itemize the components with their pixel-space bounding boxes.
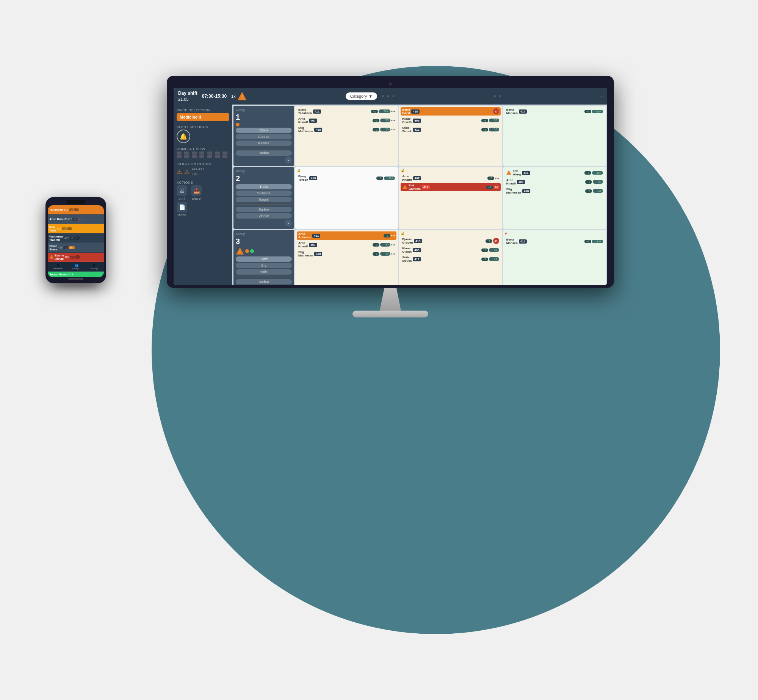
staff-vibeke[interactable]: Vibeke — [236, 213, 292, 219]
patient-area-3-2: ArneAndenes 411 ~1 ••• ArneKnauff 407 — [295, 230, 398, 285]
staff-stale[interactable]: Ståle — [236, 269, 292, 275]
grid-cell — [177, 155, 182, 158]
phone-nav-label-2: Group 1 — [72, 267, 81, 270]
alert-phone-flag — [49, 255, 54, 259]
patient-stig-mathiesen-3[interactable]: StigMathiesen 408 ~2 📞15 ••• — [297, 250, 396, 258]
phone-patient-tallaksen[interactable]: Tallaksen 411 ~1 📞 — [48, 205, 104, 214]
meta-chip: ~1 — [371, 110, 378, 113]
shift-name: Day shift — [178, 90, 197, 97]
expand-button[interactable]: › — [285, 157, 292, 164]
patient-berta-monsen-1[interactable]: BertaMonsen 417 ~3 →1h+ — [505, 107, 605, 116]
patient-stale-struck-2[interactable]: StåleStruck 412 ~2 📞15 — [401, 255, 500, 263]
staff-gunnar[interactable]: Gunnar — [236, 134, 292, 139]
patient-erie-wang[interactable]: ErieWang 411 ~1 →1h+ — [505, 169, 605, 177]
room-badge: 407 — [413, 176, 421, 180]
meta-chip: ~2 — [481, 128, 488, 131]
meta-chip-time: 📞30 — [380, 243, 390, 247]
group-1-panel[interactable]: Group 1 Emily Gunnar Kamilla Barbro › — [233, 106, 294, 166]
phone-name: WaldemarTraseth — [49, 235, 64, 242]
ward-select-button[interactable]: Medicine II — [177, 113, 229, 121]
dots: ••• — [495, 176, 499, 180]
phone-patient-arne[interactable]: Arne Knauff 407 ~3 ⚠ — [48, 215, 104, 224]
meta-chip-time: 📞15 — [380, 128, 390, 131]
room-badge: 418 — [411, 109, 419, 114]
patient-area-1-3: BerntBørst 418 45 KlausOlseth 409 ~ — [399, 106, 502, 166]
alert-flag — [506, 170, 512, 175]
phone-footer[interactable]: Jonas Green 418 — [48, 272, 104, 277]
dots: ••• — [391, 234, 395, 238]
grid-cell — [184, 155, 189, 158]
group-2-panel[interactable]: Group 2 Thale Susanne Torgeir Barbro Vib… — [233, 167, 294, 229]
patient-arne-knauff-3[interactable]: ArneKnauff 407 ~2 📞30 — [505, 178, 605, 186]
patient-erik-gamlem[interactable]: ErikGamlem 414 ~2 16 — [401, 183, 500, 191]
report-label: report — [177, 213, 186, 217]
patient-stig-mathiesen-2[interactable]: StigMathiesen 408 ~2 📞15 — [505, 187, 605, 195]
shift-time: 07:30-15:30 — [202, 94, 227, 99]
patient-bjorg-tallaksen[interactable]: BjørgTallaksen 411 ~1 📞1h+ ••• — [297, 107, 396, 116]
staff-barbro[interactable]: Barbro — [236, 150, 292, 156]
patient-klaus-olseth-1[interactable]: KlausOlseth 409 ~3 📞30 — [401, 116, 500, 125]
alert-settings-icon[interactable]: 🔔 — [177, 130, 190, 143]
print-button[interactable]: 🖨 print — [177, 185, 187, 200]
room-badge: 411 — [312, 234, 320, 238]
staff-turid[interactable]: Turid — [236, 256, 292, 262]
phone-nav-medisin[interactable]: ⊞ Medisn II — [53, 264, 63, 270]
room-badge: 409 — [413, 248, 421, 252]
patient-bjarne-groven[interactable]: BjarneGroven 413 ~1 45 — [401, 237, 500, 245]
group-3-panel[interactable]: Group 3 ! Turid Gry Ståle — [233, 230, 294, 285]
patient-arne-andenes[interactable]: ArneAndenes 411 ~1 ••• — [297, 231, 396, 240]
patient-arne-knauff-4[interactable]: ArneKnauff 407 ~3 📞30 ••• — [297, 241, 396, 249]
patient-bernt-borst[interactable]: BerntBørst 418 45 — [401, 107, 500, 116]
meta-chip: ~1 — [384, 234, 390, 238]
patient-name: BertaMonsen — [506, 238, 518, 245]
staff-kamilla[interactable]: Kamilla — [236, 141, 292, 146]
patient-berta-monsen-2[interactable]: BertaMonsen 417 ~3 →1h+ — [505, 237, 605, 245]
divider — [236, 148, 292, 148]
room-badge: 407 — [309, 119, 317, 123]
phone-meta: ~1 📞 — [70, 255, 80, 259]
alert-triangle-icon[interactable]: ! — [237, 91, 247, 101]
staff-barbro-2[interactable]: Barbro — [236, 207, 292, 212]
alert-triangle-g3: ! — [236, 247, 244, 255]
meta-chip: ~1 — [584, 171, 591, 175]
staff-barbro-3[interactable]: Barbro — [236, 279, 292, 284]
expand-button-2[interactable]: › — [285, 220, 292, 227]
phone-patient-bjarne[interactable]: BjarneOlsvik 402 ~1 📞 — [48, 253, 104, 262]
settings-icon: ⚙ — [93, 264, 96, 267]
patient-name: BerntBørst — [402, 108, 410, 115]
patient-bjorg-torsen[interactable]: BjørgTorsen 418 ~1 →1h+ — [297, 174, 396, 182]
compact-view-grid[interactable] — [177, 152, 229, 158]
patient-name: ErikGamlem — [409, 184, 421, 191]
staff-thale[interactable]: Thale — [236, 184, 292, 189]
staff-susanne[interactable]: Susanne — [236, 191, 292, 196]
patient-klaus-olseth-2[interactable]: KlausOlseth 409 ~3 📞30 — [401, 246, 500, 254]
staff-gry[interactable]: Gry — [236, 263, 292, 268]
category-button[interactable]: Category ▼ — [346, 92, 377, 100]
patient-stig-mathiesen-1[interactable]: StigMathiesen 408 ~2 📞15 ••• — [297, 125, 396, 134]
meta-chip-time: 📞15 — [380, 252, 390, 256]
phone-name: Tallaksen — [49, 208, 63, 211]
expand-row: › — [236, 157, 292, 164]
medisin-icon: ⊞ — [57, 264, 60, 267]
patient-arne-knauff-2[interactable]: ArneKnauff 407 ~3 ••• — [401, 174, 500, 182]
phone-patient-kari[interactable]: KariTrått 416 ~3 📞 — [48, 224, 104, 233]
patient-arne-knauff-1[interactable]: ArneKnauff 407 ~3 📞30 ••• — [297, 116, 396, 125]
share-button[interactable]: 📤 share — [191, 185, 202, 200]
meta-chip: ~2 — [481, 258, 488, 261]
report-button[interactable]: 📄 report — [177, 202, 187, 217]
patient-stale-struck-1[interactable]: StåleStruck 412 ~2 📞15 — [401, 125, 500, 134]
print-label: print — [179, 197, 185, 200]
phone-shadow — [53, 283, 99, 287]
meta-chip: ~3 — [373, 119, 379, 122]
staff-emily[interactable]: Emily — [236, 128, 292, 133]
phone-content: Tallaksen 411 ~1 📞 Arne Knauff 407 ~3 ⚠ — [48, 205, 104, 277]
phone-nav-settings[interactable]: ⚙ settings — [90, 264, 98, 270]
phone-nav-group[interactable]: 👥 Group 1 — [72, 264, 81, 270]
staff-torgeir[interactable]: Torgeir — [236, 197, 292, 202]
dots-indicator-2: • • — [494, 93, 502, 100]
dots-indicator-3: • — [601, 94, 603, 98]
alert-settings-section: Alert settings 🔔 — [177, 125, 229, 143]
phone-patient-sture[interactable]: StureStave 416 ~3 1h+ — [48, 243, 104, 252]
phone-patient-waldemar[interactable]: WaldemarTraseth 402 ~2 📞 — [48, 234, 104, 243]
alert-section[interactable]: 1x ! — [231, 91, 247, 101]
